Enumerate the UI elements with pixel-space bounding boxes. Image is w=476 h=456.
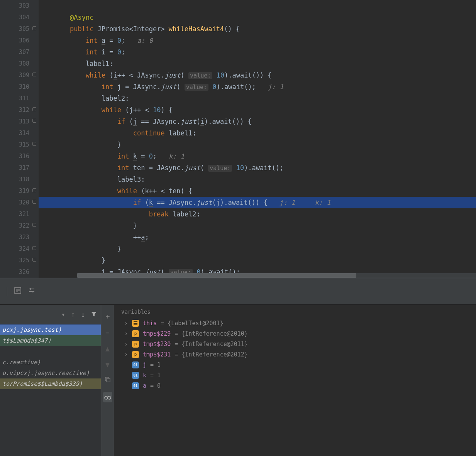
line-number[interactable]: 307 <box>0 46 29 58</box>
code-line[interactable]: } <box>54 139 476 150</box>
code-line[interactable]: if (k == JAsync.just(j).await()) { j: 1 … <box>39 197 476 208</box>
expand-icon[interactable]: › <box>124 351 128 358</box>
code-area[interactable]: @Async public JPromise<Integer> whileHas… <box>39 0 476 278</box>
code-line[interactable] <box>54 0 476 12</box>
code-line[interactable]: int j = JAsync.just( value: 0).await(); … <box>54 81 476 93</box>
remove-watch-icon[interactable]: − <box>105 329 110 337</box>
code-line[interactable]: int k = 0; k: 1 <box>54 150 476 162</box>
line-number[interactable]: 313 <box>0 116 29 127</box>
code-editor[interactable]: 3033043053063073083093103113123133143153… <box>0 0 476 278</box>
frames-toolbar: ▾ ↑ ↓ <box>0 305 101 324</box>
code-line[interactable]: label2: <box>54 93 476 104</box>
up-icon[interactable]: ▲ <box>105 345 110 353</box>
expand-icon[interactable]: › <box>124 341 128 348</box>
code-line[interactable]: continue label1; <box>54 127 476 139</box>
fold-icon[interactable] <box>32 142 36 146</box>
debug-toolbar <box>0 278 476 305</box>
code-line[interactable]: } <box>54 243 476 255</box>
frame-item[interactable]: o.vipcxj.jasync.reactive) <box>0 368 101 378</box>
line-number[interactable]: 303 <box>0 0 29 12</box>
code-line[interactable]: } <box>54 220 476 231</box>
line-number[interactable]: 320 <box>0 197 29 208</box>
code-line[interactable]: break label2; <box>54 208 476 220</box>
fold-icon[interactable] <box>32 246 36 250</box>
filter-icon[interactable] <box>91 310 97 319</box>
variable-row[interactable]: 01a = 0 <box>120 380 471 391</box>
evaluate-icon[interactable] <box>14 287 21 296</box>
line-number[interactable]: 314 <box>0 127 29 139</box>
code-line[interactable]: if (j == JAsync.just(i).await()) { <box>54 116 476 127</box>
code-line[interactable]: while (k++ < ten) { <box>54 185 476 197</box>
line-number[interactable]: 310 <box>0 81 29 93</box>
line-number[interactable]: 322 <box>0 220 29 231</box>
variable-value: = 0 <box>150 382 161 389</box>
variable-row[interactable]: ›this = {LabelTest@2001} <box>120 318 471 328</box>
code-line[interactable]: label3: <box>54 174 476 185</box>
variables-list[interactable]: ›this = {LabelTest@2001}›tmp$$229 = {Int… <box>120 318 471 391</box>
gutter[interactable]: 3033043053063073083093103113123133143153… <box>0 0 39 278</box>
line-number[interactable]: 326 <box>0 266 29 278</box>
dropdown-icon[interactable]: ▾ <box>61 311 65 318</box>
line-number[interactable]: 324 <box>0 243 29 255</box>
line-number[interactable]: 311 <box>0 93 29 104</box>
variable-row[interactable]: ›tmp$$230 = {IntReference@2011} <box>120 339 471 349</box>
frames-panel[interactable]: ▾ ↑ ↓ pcxj.jasync.test)t$$Lambda$347)c.r… <box>0 305 101 456</box>
next-frame-icon[interactable]: ↓ <box>81 310 85 319</box>
frames-list[interactable]: pcxj.jasync.test)t$$Lambda$347)c.reactiv… <box>0 324 101 400</box>
code-line[interactable]: int a = 0; a: 0 <box>54 35 476 46</box>
fold-icon[interactable] <box>32 258 36 262</box>
scrollbar-thumb[interactable] <box>77 273 356 278</box>
code-line[interactable]: public JPromise<Integer> whileHasAwait4(… <box>54 23 476 35</box>
glasses-icon[interactable] <box>103 392 112 402</box>
fold-icon[interactable] <box>32 119 36 123</box>
code-line[interactable]: int ten = JAsync.just( value: 10).await(… <box>54 162 476 174</box>
frame-item[interactable] <box>0 346 101 357</box>
line-number[interactable]: 312 <box>0 104 29 116</box>
expand-icon[interactable]: › <box>124 330 128 337</box>
frame-item[interactable] <box>0 389 101 400</box>
copy-icon[interactable] <box>105 376 111 384</box>
variable-row[interactable]: ›tmp$$229 = {IntReference@2010} <box>120 328 471 339</box>
variable-row[interactable]: 01j = 1 <box>120 360 471 370</box>
fold-icon[interactable] <box>32 223 36 227</box>
fold-icon[interactable] <box>32 200 36 204</box>
line-number[interactable]: 319 <box>0 185 29 197</box>
code-line[interactable]: int i = 0; <box>54 46 476 58</box>
frame-item[interactable]: c.reactive) <box>0 357 101 368</box>
fold-icon[interactable] <box>32 107 36 111</box>
add-watch-icon[interactable]: ＋ <box>104 312 111 321</box>
variables-panel[interactable]: Variables ›this = {LabelTest@2001}›tmp$$… <box>114 305 476 456</box>
prev-frame-icon[interactable]: ↑ <box>71 310 75 319</box>
line-number[interactable]: 317 <box>0 162 29 174</box>
down-icon[interactable]: ▼ <box>105 360 110 368</box>
line-number[interactable]: 315 <box>0 139 29 150</box>
code-line[interactable]: } <box>54 255 476 266</box>
code-line[interactable]: while (j++ < 10) { <box>54 104 476 116</box>
svg-point-6 <box>30 288 31 290</box>
line-number[interactable]: 318 <box>0 174 29 185</box>
fold-icon[interactable] <box>32 188 36 192</box>
code-line[interactable]: while (i++ < JAsync.just( value: 10).awa… <box>54 69 476 81</box>
variable-row[interactable]: ›tmp$$231 = {IntReference@2012} <box>120 349 471 360</box>
line-number[interactable]: 305 <box>0 23 29 35</box>
code-line[interactable]: @Async <box>54 12 476 23</box>
fold-icon[interactable] <box>32 73 36 76</box>
line-number[interactable]: 304 <box>0 12 29 23</box>
line-number[interactable]: 309 <box>0 69 29 81</box>
variable-row[interactable]: 01k = 1 <box>120 370 471 380</box>
line-number[interactable]: 316 <box>0 150 29 162</box>
line-number[interactable]: 308 <box>0 58 29 69</box>
frame-item[interactable]: torPromise$$Lambda$339) <box>0 378 101 389</box>
expand-icon[interactable]: › <box>124 320 128 327</box>
horizontal-scrollbar[interactable] <box>77 273 476 278</box>
line-number[interactable]: 321 <box>0 208 29 220</box>
code-line[interactable]: ++a; <box>54 231 476 243</box>
frame-item[interactable]: t$$Lambda$347) <box>0 335 101 346</box>
fold-icon[interactable] <box>32 26 36 30</box>
code-line[interactable]: label1: <box>54 58 476 69</box>
frame-item[interactable]: pcxj.jasync.test) <box>0 324 101 335</box>
line-number[interactable]: 306 <box>0 35 29 46</box>
settings-icon[interactable] <box>28 287 35 296</box>
line-number[interactable]: 325 <box>0 255 29 266</box>
line-number[interactable]: 323 <box>0 231 29 243</box>
